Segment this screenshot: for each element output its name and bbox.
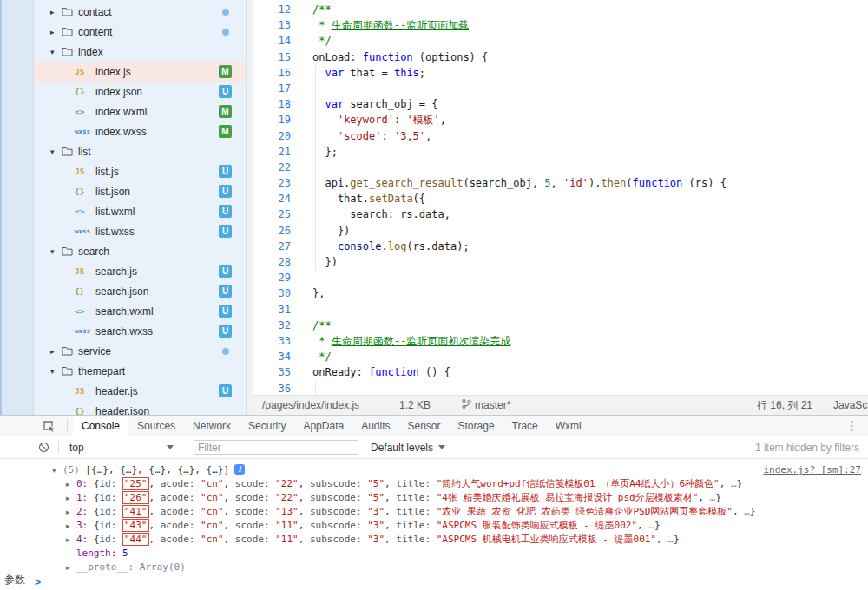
tab-trace[interactable]: Trace — [503, 416, 547, 436]
explorer-scrollbar[interactable] — [246, 0, 253, 415]
array-length: (5) — [62, 464, 80, 475]
git-status-badge: U — [219, 225, 232, 238]
clear-console-icon[interactable] — [38, 442, 49, 453]
line-number: 21 — [253, 144, 299, 160]
chevron-right-icon[interactable]: ▸ — [66, 519, 70, 533]
chevron-right-icon[interactable]: ▸ — [50, 28, 62, 36]
code-editor[interactable]: 12/**13 * 生命周期函数--监听页面加载14 */15onLoad: f… — [253, 0, 868, 395]
folder-name: content — [78, 26, 112, 38]
tab-console[interactable]: Console — [73, 416, 128, 436]
tree-file-search.js[interactable]: JSsearch.jsU — [34, 261, 246, 281]
tree-folder-content[interactable]: ▸content — [34, 22, 246, 42]
indent-guide — [315, 65, 316, 270]
git-branch-icon — [462, 398, 471, 412]
line-number: 13 — [253, 17, 299, 33]
chevron-down-icon[interactable]: ▾ — [50, 247, 62, 256]
tree-file-list.js[interactable]: JSlist.jsU — [34, 161, 246, 181]
console-filter-input[interactable] — [194, 440, 358, 455]
language-mode: JavaScript — [833, 399, 868, 411]
tab-storage[interactable]: Storage — [450, 416, 503, 436]
tree-file-header.js[interactable]: JSheader.jsU — [34, 381, 246, 401]
file-name: search.wxss — [95, 325, 153, 338]
length-value: 5 — [122, 547, 128, 559]
changes-dot — [222, 29, 229, 36]
console-prompt[interactable]: > — [0, 574, 868, 590]
editor-statusbar: /pages/index/index.js 1.2 KB master* 行 1… — [253, 395, 868, 415]
tab-audits[interactable]: Audits — [352, 416, 398, 436]
wxml-file-icon: <> — [75, 206, 95, 216]
log-levels-select[interactable]: Default levels — [371, 442, 445, 454]
console-array-item-4[interactable]: ▸4: {id: "44", acode: "cn", scode: "11",… — [0, 533, 868, 547]
chevron-down-icon[interactable]: ▾ — [50, 48, 62, 56]
chevron-down-icon — [167, 445, 174, 449]
console-array-row[interactable]: ▾(5) [{…}, {…}, {…}, {…}, {…}]iindex.js?… — [0, 463, 868, 477]
tree-file-list.wxss[interactable]: wxsslist.wxssU — [34, 221, 246, 241]
git-status-badge: U — [219, 384, 232, 397]
chevron-right-icon[interactable]: ▸ — [66, 491, 70, 505]
wxss-file-icon: wxss — [75, 327, 95, 335]
console-source-link[interactable]: index.js? [sm]:27 — [763, 463, 861, 477]
console-output: ▾(5) [{…}, {…}, {…}, {…}, {…}]iindex.js?… — [0, 461, 868, 574]
folder-name: list — [78, 146, 91, 158]
devtools-menu-icon[interactable]: ⋮ — [836, 416, 868, 436]
code-line-36: 36 — [253, 381, 868, 396]
tree-folder-service[interactable]: ▸service — [34, 341, 246, 361]
console-length-row: length: 5 — [0, 547, 868, 560]
line-number: 14 — [253, 33, 299, 49]
code-line-21: 21 }; — [253, 144, 868, 160]
tab-security[interactable]: Security — [240, 416, 294, 436]
git-status-badge: U — [219, 165, 232, 178]
tree-file-search.wxss[interactable]: wxsssearch.wxssU — [34, 321, 246, 341]
folder-icon — [62, 147, 73, 156]
console-entries: ▸0: {id: "25", acode: "cn", scode: "22",… — [0, 477, 868, 547]
tab-sources[interactable]: Sources — [128, 416, 184, 436]
console-array-item-2[interactable]: ▸2: {id: "41", acode: "cn", scode: "13",… — [0, 505, 868, 519]
context-label: top — [69, 442, 84, 454]
tab-appdata[interactable]: AppData — [294, 416, 352, 436]
chevron-right-icon[interactable]: ▸ — [66, 505, 70, 519]
file-name: header.js — [95, 385, 138, 397]
tab-sensor[interactable]: Sensor — [399, 416, 450, 436]
tree-file-index.json[interactable]: {}index.jsonU — [34, 82, 246, 102]
tree-file-index.js[interactable]: JSindex.jsM — [34, 62, 246, 82]
tree-file-index.wxml[interactable]: <>index.wxmlM — [34, 102, 246, 121]
info-icon[interactable]: i — [234, 464, 245, 475]
tab-network[interactable]: Network — [184, 416, 240, 436]
console-array-item-0[interactable]: ▸0: {id: "25", acode: "cn", scode: "22",… — [0, 477, 868, 491]
line-number: 24 — [253, 191, 299, 206]
file-name: index.wxml — [95, 106, 147, 118]
tree-file-list.json[interactable]: {}list.jsonU — [34, 181, 246, 201]
chevron-down-icon[interactable]: ▾ — [50, 367, 62, 376]
execution-context-select[interactable]: top — [64, 442, 175, 454]
tab-wxml[interactable]: Wxml — [547, 416, 590, 436]
tree-file-search.json[interactable]: {}search.jsonU — [34, 281, 246, 301]
console-array-item-3[interactable]: ▸3: {id: "43", acode: "cn", scode: "11",… — [0, 519, 868, 533]
tree-folder-list[interactable]: ▾list — [34, 141, 246, 161]
tree-folder-contact[interactable]: ▸contact — [34, 2, 246, 22]
chevron-right-icon[interactable]: ▸ — [66, 477, 70, 491]
tree-file-list.wxml[interactable]: <>list.wxmlU — [34, 201, 246, 221]
code-line-29: 29 — [253, 270, 868, 285]
tree-folder-index[interactable]: ▾index — [34, 42, 246, 62]
chevron-right-icon[interactable]: ▸ — [66, 560, 70, 574]
chevron-down-icon[interactable]: ▾ — [50, 148, 62, 156]
chevron-down-icon[interactable]: ▾ — [52, 463, 56, 477]
chevron-right-icon[interactable]: ▸ — [50, 347, 62, 356]
tree-file-header.json[interactable]: {}header.json — [34, 401, 246, 415]
tree-folder-search[interactable]: ▾search — [34, 241, 246, 261]
console-proto-row[interactable]: ▸__proto__: Array(0) — [0, 560, 868, 574]
console-array-item-1[interactable]: ▸1: {id: "26", acode: "cn", scode: "22",… — [0, 491, 868, 505]
code-line-28: 28 }) — [253, 254, 868, 270]
chevron-right-icon[interactable]: ▸ — [66, 533, 70, 547]
line-number: 32 — [253, 318, 299, 333]
file-name: search.wxml — [95, 305, 154, 318]
inspect-element-icon[interactable] — [35, 416, 62, 436]
code-line-13: 13 * 生命周期函数--监听页面加载 — [253, 17, 868, 33]
line-number: 16 — [253, 65, 299, 81]
file-name: index.js — [95, 66, 131, 78]
js-file-icon: JS — [75, 386, 95, 396]
tree-folder-themepart[interactable]: ▾themepart — [34, 361, 246, 381]
tree-file-search.wxml[interactable]: <>search.wxmlU — [34, 301, 246, 321]
chevron-right-icon[interactable]: ▸ — [50, 8, 62, 16]
tree-file-index.wxss[interactable]: wxssindex.wxssM — [34, 121, 246, 141]
